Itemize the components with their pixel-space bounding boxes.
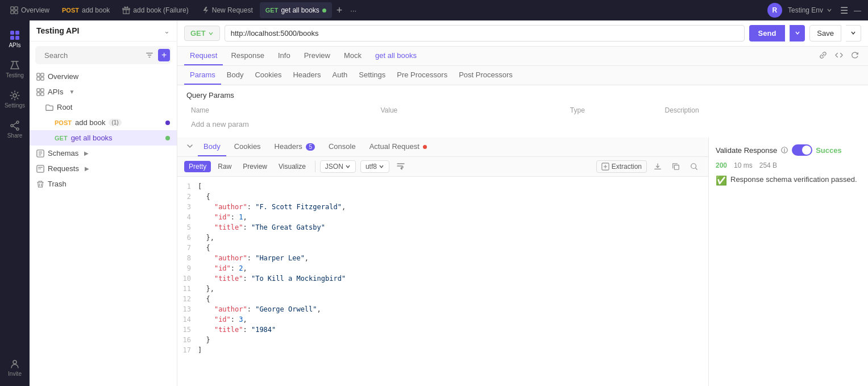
inner-tab-console[interactable]: Console [323,138,362,156]
sidebar-item-root[interactable]: Root [30,99,177,115]
sidebar-title-chevron-icon[interactable]: ⌄ [164,27,170,35]
extraction-icon [601,163,609,171]
save-dropdown-button[interactable] [846,25,861,41]
sidebar-post-label: add book [75,118,106,127]
tab-post-processors[interactable]: Post Processors [453,66,518,85]
sidebar-requests-label: Requests [48,164,79,173]
apis-chevron-icon[interactable]: ▼ [69,89,74,95]
search-input[interactable] [44,51,140,60]
format-pretty-button[interactable]: Pretty [184,161,211,172]
sidebar-item-post-add-book[interactable]: POST add book (1) [30,115,177,130]
sidebar-item-requests[interactable]: Requests ▶ [30,161,177,176]
send-dropdown-button[interactable] [790,25,805,41]
tab-body[interactable]: Body [221,66,250,85]
add-param-row[interactable]: Add a new param [186,117,859,132]
sidebar-item-apis-row[interactable]: APIs ▼ [30,84,177,99]
params-label: Params [190,70,215,79]
send-button[interactable]: Send [749,25,786,41]
requests-chevron-icon[interactable]: ▶ [85,165,89,172]
tab-settings-param[interactable]: Settings [353,66,391,85]
tab-failure-label: add book (Failure) [133,6,188,14]
post-method-label: POST [55,119,72,126]
sidebar-item-testing[interactable]: Testing [2,55,27,83]
tab-cookies[interactable]: Cookies [249,66,287,85]
encoding-select[interactable]: utf8 [360,160,389,173]
code-icon[interactable] [833,49,845,63]
main-content: GET Send Save Request Response Info [177,20,868,386]
tab-overview[interactable]: Overview [5,2,55,18]
word-wrap-icon[interactable] [396,161,405,172]
sidebar-item-schemas[interactable]: Schemas ▶ [30,146,177,161]
sidebar-item-apis[interactable]: APIs [2,25,27,53]
schemas-chevron-icon[interactable]: ▶ [84,150,89,156]
inner-tab-cookies[interactable]: Cookies [229,138,267,156]
top-tab-bar: Overview POST add book add book (Failure… [0,0,868,20]
tab-add-book-failure[interactable]: add book (Failure) [117,2,194,18]
method-select[interactable]: GET [184,26,220,41]
extraction-button[interactable]: Extraction [596,160,647,173]
tab-post-add-book[interactable]: POST add book [56,2,115,18]
main-layout: APIs Testing Settings Share [0,20,868,386]
inner-tab-body[interactable]: Body [198,138,226,156]
sidebar-item-settings[interactable]: Settings [2,85,27,113]
link-icon[interactable] [817,49,829,63]
more-tabs-button[interactable]: ··· [347,6,360,15]
response-section-collapse[interactable] [184,140,196,153]
tab-headers[interactable]: Headers [287,66,326,85]
tab-post-label: add book [82,6,110,14]
add-collection-button[interactable]: + [158,49,170,61]
status-code: 200 [716,161,727,169]
tab-params[interactable]: Params [184,66,221,85]
validate-toggle[interactable] [792,144,812,156]
search-bar: + [35,46,171,64]
svg-rect-6 [10,36,14,40]
format-raw-button[interactable]: Raw [213,161,236,172]
tab-get-all-books[interactable]: GET get all books [260,2,332,18]
tab-preview[interactable]: Preview [298,47,336,65]
json-chevron-icon [345,164,351,169]
tab-pre-processors[interactable]: Pre Processors [391,66,453,85]
inner-tab-headers[interactable]: Headers 5 [269,138,321,156]
format-right-actions: Extraction [596,160,701,173]
svg-rect-5 [15,31,19,35]
sidebar-header: Testing API ⌄ [30,20,177,41]
add-tab-button[interactable]: + [333,5,346,16]
svg-rect-17 [41,77,44,80]
method-label: GET [190,29,206,38]
url-bar: GET Send Save [177,20,868,47]
env-selector[interactable]: Testing Env [783,4,837,16]
json-format-select[interactable]: JSON [320,160,356,173]
search-response-button[interactable] [687,161,701,172]
filter-button[interactable] [143,49,156,61]
sidebar-item-get-all-books[interactable]: GET get all books [30,130,177,146]
settings-icon [9,90,20,101]
tab-auth[interactable]: Auth [327,66,354,85]
minimize-icon[interactable]: — [852,6,863,15]
sidebar-item-share[interactable]: Share [2,115,27,143]
tab-new-request[interactable]: New Request [196,2,259,18]
download-button[interactable] [650,161,665,172]
tab-info[interactable]: Info [272,47,296,65]
tab-request[interactable]: Request [184,47,223,65]
format-visualize-button[interactable]: Visualize [274,161,310,172]
tab-mock[interactable]: Mock [338,47,367,65]
url-input[interactable] [225,25,745,41]
hamburger-icon[interactable]: ☰ [838,5,850,16]
sidebar-item-invite[interactable]: Invite [2,354,27,381]
avatar[interactable]: R [767,3,782,18]
sidebar-overview-label: Overview [48,72,78,81]
tab-response[interactable]: Response [225,47,270,65]
col-value: Value [380,106,570,114]
copy-button[interactable] [668,161,683,172]
sidebar-item-trash[interactable]: Trash [30,176,177,192]
inner-tab-actual-request[interactable]: Actual Request [364,138,433,156]
sidebar-root-label: Root [57,103,72,111]
response-right-panel: Validate Response Succes 200 10 ms 254 B… [709,138,868,386]
format-preview-button[interactable]: Preview [238,161,272,172]
sidebar-item-overview[interactable]: Overview [30,69,177,84]
save-button[interactable]: Save [809,25,841,41]
refresh-icon[interactable] [849,49,861,63]
share-label: Share [7,132,23,139]
svg-rect-19 [41,88,44,91]
svg-rect-0 [11,7,14,10]
